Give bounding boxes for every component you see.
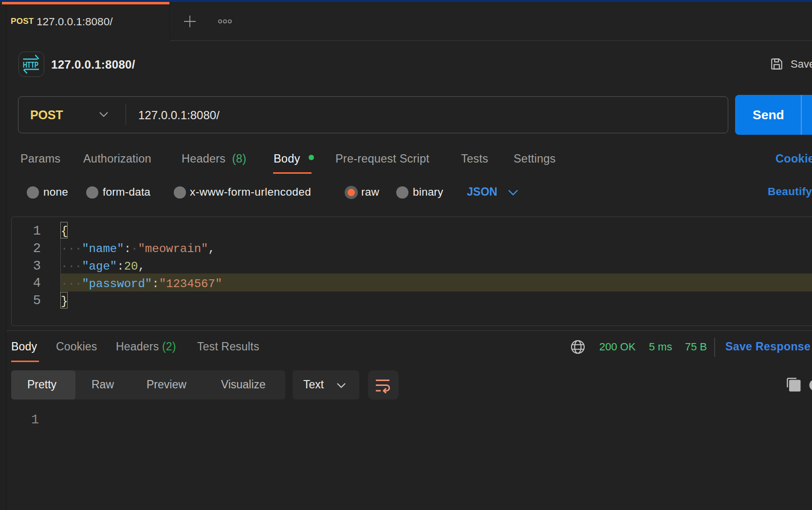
svg-text:HTTP: HTTP xyxy=(23,61,38,69)
